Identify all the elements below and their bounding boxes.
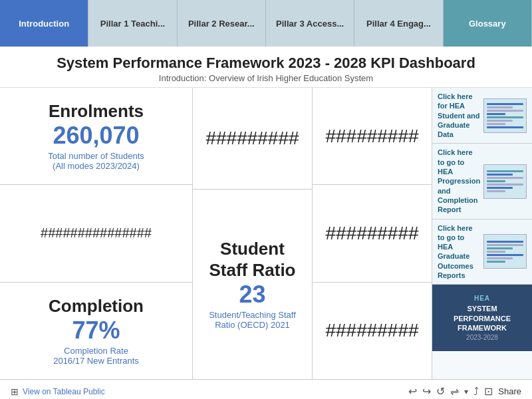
hash-left-mid: ###############: [41, 225, 152, 241]
hash-center2-mid: #########: [325, 223, 418, 244]
student-staff-cell: Student Staff Ratio 23 Student/Teaching …: [193, 190, 312, 379]
page-subtitle: Introduction: Overview of Irish Higher E…: [0, 73, 532, 83]
footer-controls: ↩ ↪ ↺ ⇌ ▾ ⤴ ⊡ Share: [408, 385, 521, 398]
hash-left-mid-cell: ###############: [0, 185, 192, 282]
right-card-3[interactable]: Click here to go to HEA Graduate Outcome…: [432, 219, 532, 285]
enrolments-label: Total number of Students (All modes 2023…: [48, 151, 144, 171]
nav-glossary[interactable]: Glossary: [444, 0, 532, 47]
enrolments-title: Enrolments: [49, 101, 144, 122]
left-panels: Enrolments 260,070 Total number of Stude…: [0, 88, 193, 379]
nav-introduction[interactable]: Introduction: [0, 0, 88, 47]
nav-pillar2[interactable]: Pillar 2 Resear...: [178, 0, 266, 47]
footer: ⊞ View on Tableau Public ↩ ↪ ↺ ⇌ ▾ ⤴ ⊡ S…: [0, 379, 532, 399]
center-panels-2: ######### ######### #########: [313, 88, 432, 379]
frame-icon[interactable]: ⊡: [484, 385, 493, 398]
redo-icon[interactable]: ↪: [422, 385, 431, 398]
enrolments-value: 260,070: [53, 122, 139, 150]
right-card-1-thumb: [483, 98, 527, 133]
right-card-3-text[interactable]: Click here to go to HEA Graduate Outcome…: [438, 223, 481, 281]
hash-center2-bot-cell: #########: [313, 283, 432, 379]
spf-book-card: HEA SYSTEM PERFORMANCE FRAMEWORK 2023-20…: [432, 285, 532, 351]
tableau-label[interactable]: View on Tableau Public: [23, 387, 105, 396]
right-card-3-thumb: [483, 234, 527, 269]
nav-pillar4[interactable]: Pillar 4 Engag...: [354, 0, 443, 47]
spf-years: 2023-2028: [466, 334, 498, 341]
hash-center2-top-cell: #########: [313, 88, 432, 185]
spf-title: SYSTEM PERFORMANCE FRAMEWORK: [438, 304, 527, 332]
completion-title: Completion: [49, 296, 144, 317]
page-title: System Performance Framework 2023 - 2028…: [0, 55, 532, 72]
navigation-bar: Introduction Pillar 1 Teachi... Pillar 2…: [0, 0, 532, 47]
right-card-1-text[interactable]: Click here for HEA Student and Graduate …: [438, 92, 481, 139]
share-icon-right[interactable]: ⤴: [473, 386, 479, 398]
nav-pillar1[interactable]: Pillar 1 Teachi...: [88, 0, 177, 47]
undo-icon[interactable]: ↩: [408, 385, 417, 398]
student-staff-title: Student Staff Ratio: [209, 239, 296, 280]
student-staff-value: 23: [239, 281, 265, 309]
student-staff-label: Student/Teaching Staff Ratio (OECD) 2021: [200, 310, 305, 330]
spf-logo: HEA: [474, 295, 490, 302]
right-card-2-thumb: [483, 164, 527, 199]
completion-cell: Completion 77% Completion Rate 2016/17 N…: [0, 283, 192, 379]
enrolments-cell: Enrolments 260,070 Total number of Stude…: [0, 88, 192, 185]
completion-value: 77%: [72, 317, 120, 344]
right-panels: Click here for HEA Student and Graduate …: [432, 88, 532, 379]
dropdown-icon[interactable]: ▾: [464, 387, 468, 396]
hash-center-top: #########: [205, 128, 299, 149]
hash-center2-bot: #########: [325, 320, 418, 341]
hash-center2-mid-cell: #########: [313, 185, 432, 282]
hash-center2-top: #########: [325, 126, 418, 147]
hash-center-top-cell: #########: [193, 88, 312, 190]
right-card-1[interactable]: Click here for HEA Student and Graduate …: [432, 88, 532, 144]
right-card-2-text[interactable]: Click here to go to HEA Progression and …: [438, 148, 481, 214]
center-panels-1: ######### Student Staff Ratio 23 Student…: [193, 88, 313, 379]
footer-left: ⊞ View on Tableau Public: [11, 386, 105, 397]
tableau-icon: ⊞: [11, 386, 19, 397]
completion-label: Completion Rate 2016/17 New Entrants: [53, 346, 139, 366]
main-content: Enrolments 260,070 Total number of Stude…: [0, 88, 532, 379]
redo2-icon[interactable]: ⇌: [450, 385, 459, 398]
right-card-2[interactable]: Click here to go to HEA Progression and …: [432, 144, 532, 219]
undo2-icon[interactable]: ↺: [436, 385, 445, 398]
share-btn[interactable]: Share: [498, 386, 521, 396]
page-header: System Performance Framework 2023 - 2028…: [0, 47, 532, 88]
nav-pillar3[interactable]: Pillar 3 Access...: [266, 0, 354, 47]
spf-book: HEA SYSTEM PERFORMANCE FRAMEWORK 2023-20…: [432, 285, 532, 351]
